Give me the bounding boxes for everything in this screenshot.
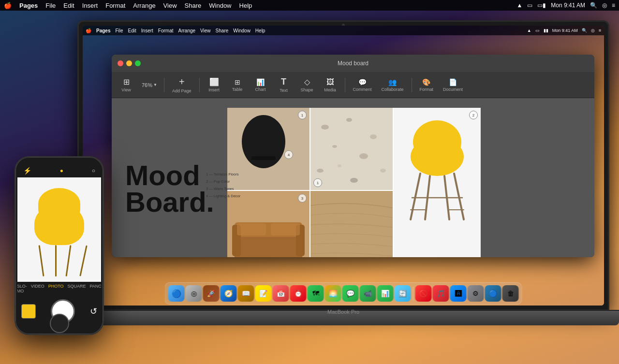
cell-sofa: 3 [227,191,310,257]
dock-prefs[interactable]: ⚙ [468,285,484,302]
menu-help[interactable]: Help [239,2,252,9]
fullscreen-button[interactable] [135,60,141,66]
inner-apple: 🍎 [86,28,91,33]
menu-share[interactable]: Share [185,2,202,9]
inner-time: Mon 9:41 AM [552,28,578,33]
cell-black-chair: 1 [227,108,310,190]
dock-donotdisturb[interactable]: 🚫 [415,285,432,302]
svg-rect-29 [271,223,300,235]
macos-background: Mood board ⊞ View 76% ▼ [83,35,604,306]
control-center-icon[interactable]: ≡ [612,2,615,9]
dock-messages[interactable]: 💬 [342,285,359,302]
menu-file[interactable]: File [45,2,56,9]
shape-icon: ◇ [304,77,310,87]
minimize-button[interactable] [126,60,132,66]
yellow-chair-svg [394,108,481,257]
svg-rect-24 [235,234,302,257]
dock-safari[interactable]: 🧭 [221,285,237,302]
wood-svg [310,191,393,257]
insert-icon: ⬜ [209,77,219,87]
app-name[interactable]: Pages [19,2,38,9]
dock-finder[interactable]: 🔵 [168,285,185,302]
text-icon: T [281,77,286,87]
toolbar-document[interactable]: 📄 Document [439,76,467,94]
inner-insert: Insert [141,28,153,33]
mode-square[interactable]: SQUARE [68,284,86,293]
apple-menu[interactable]: 🍎 [4,2,12,9]
iphone-home-button[interactable] [50,314,69,333]
dock-trash[interactable]: 🗑 [502,285,519,302]
toolbar-media[interactable]: 🖼 Media [320,76,341,94]
toolbar-insert[interactable]: ⬜ Insert [204,75,225,94]
toolbar-collaborate[interactable]: 👥 Collaborate [378,76,408,94]
thumbnail[interactable] [21,304,36,319]
search-icon[interactable]: 🔍 [590,2,597,9]
chair-seat [34,204,85,245]
close-button[interactable] [118,60,123,66]
toolbar-format[interactable]: 🎨 Format [416,76,438,94]
menu-window[interactable]: Window [209,2,231,9]
dock-numbers[interactable]: 📊 [377,285,394,302]
svg-point-15 [413,120,461,164]
dock-migration[interactable]: 🔄 [395,285,411,302]
inner-format: Format [158,28,174,33]
macbook-label: MacBook Pro [327,309,359,315]
dock-notes[interactable]: 📝 [255,285,272,302]
toolbar-comment[interactable]: 💬 Comment [349,76,376,94]
toolbar-chart[interactable]: 📊 Chart [250,76,271,94]
dock-something[interactable]: 🔵 [485,285,501,302]
macos-menubar: 🍎 Pages File Edit Insert Format Arrange … [0,0,619,11]
flash-icon[interactable]: ⚡ [23,167,31,175]
flip-camera-icon[interactable]: ↺ [90,306,97,317]
dock-reminders[interactable]: ⏰ [290,285,307,302]
timer-icon[interactable]: ● [60,167,63,174]
menu-view[interactable]: View [163,2,177,9]
inner-file: File [115,28,123,33]
chart-icon: 📊 [256,78,265,86]
toolbar-view[interactable]: ⊞ View [116,75,137,94]
dock-book[interactable]: 📖 [238,285,254,302]
menu-edit[interactable]: Edit [63,2,74,9]
mode-pano[interactable]: PANO [90,284,101,293]
inner-arrange: Arrange [178,28,196,33]
dock-launchpad[interactable]: 🚀 [203,285,220,302]
mode-photo[interactable]: PHOTO [48,284,64,293]
dock-music[interactable]: 🎵 [433,285,449,302]
inner-dock: 🔵 ◎ 🚀 🧭 📖 📝 📅 ⏰ 🗺 🌅 💬 📹 [165,282,522,305]
svg-point-1 [242,115,285,168]
shape-label: Shape [300,87,313,92]
dock-facetime[interactable]: 📹 [360,285,376,302]
dock-siri[interactable]: ◎ [186,285,202,302]
dock-appstore[interactable]: 🅰 [450,285,467,302]
comment-label: Comment [353,87,372,92]
inner-siri: ◎ [591,28,595,33]
badge-2: 2 [469,111,478,119]
toolbar-table[interactable]: ⊞ Table [227,76,248,94]
toolbar-zoom[interactable]: 76% ▼ [139,80,160,90]
siri-icon[interactable]: ◎ [602,2,607,9]
dock-maps[interactable]: 🗺 [308,285,324,302]
svg-point-12 [338,164,341,167]
toolbar-text[interactable]: T Text [273,75,295,95]
zoom-chevron: ▼ [153,83,157,87]
inner-window: Window [233,28,251,33]
toolbar-add-page[interactable]: + Add Page [168,74,195,95]
mood-title-line1: Mood [125,162,214,189]
dock-photos[interactable]: 🌅 [325,285,341,302]
menu-arrange[interactable]: Arrange [133,2,155,9]
badge-3: 3 [298,194,307,203]
chair-photo [17,177,101,282]
dock-calendar[interactable]: 📅 [273,285,289,302]
toolbar-shape[interactable]: ◇ Shape [296,75,318,94]
inner-pages: Pages [96,28,110,33]
live-icon[interactable]: ○ [92,167,95,174]
menu-insert[interactable]: Insert [82,2,98,9]
svg-point-10 [380,169,386,173]
mode-video[interactable]: VIDEO [31,284,44,293]
mode-slomo[interactable]: SLO-MO [17,284,27,293]
menu-format[interactable]: Format [105,2,125,9]
iphone-camera-ui: ⚡ ● ○ SLO-MO VIDEO [17,164,101,327]
svg-point-5 [346,118,352,122]
add-page-icon: + [179,76,185,87]
macbook-bezel: 🍎 Pages File Edit Insert Format Arrange … [77,20,609,311]
